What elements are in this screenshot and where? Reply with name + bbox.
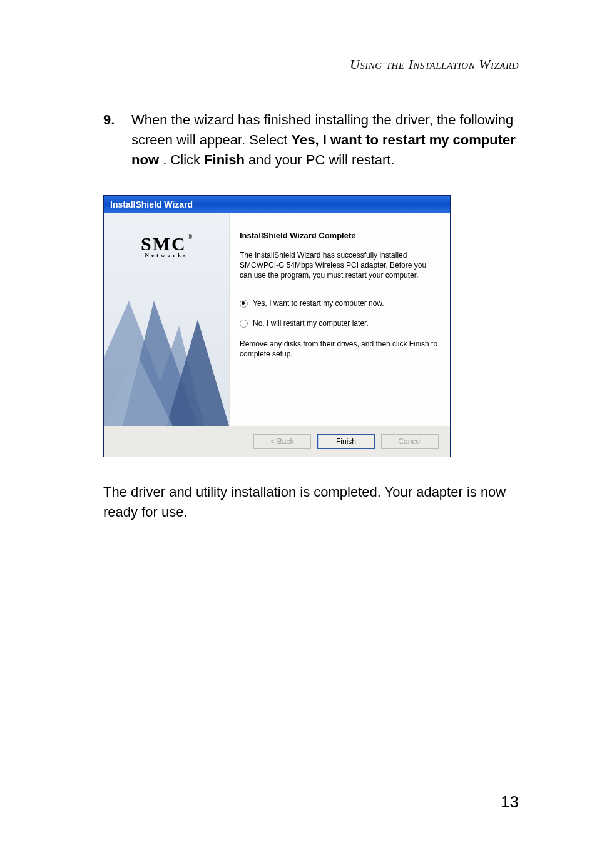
step-bold-2: Finish [204, 152, 245, 168]
step-9: 9. When the wizard has finished installi… [103, 110, 519, 170]
page-header: Using the Installation Wizard [103, 56, 519, 73]
step-body: When the wizard has finished installing … [131, 110, 519, 170]
dialog-button-bar: < Back Finish Cancel [104, 426, 450, 457]
dialog-note: Remove any disks from their drives, and … [240, 339, 440, 359]
dialog-content: InstallShield Wizard Complete The Instal… [230, 213, 450, 426]
dialog-description: The InstallShield Wizard has successfull… [240, 250, 440, 281]
smc-logo: SMC® Networks [104, 233, 229, 258]
logo-sub-text: Networks [104, 252, 229, 258]
svg-marker-1 [123, 301, 198, 426]
outro-paragraph: The driver and utility installation is c… [103, 482, 519, 522]
step-text-3: and your PC will restart. [248, 152, 395, 168]
svg-marker-2 [166, 320, 229, 426]
finish-button[interactable]: Finish [317, 434, 375, 449]
back-button: < Back [253, 434, 311, 449]
dialog-titlebar: InstallShield Wizard [104, 196, 450, 213]
mountain-graphic-icon [104, 263, 229, 426]
svg-marker-0 [104, 301, 204, 426]
logo-text: SMC [141, 233, 186, 254]
logo-reg-icon: ® [188, 233, 192, 240]
radio-restart-now-label: Yes, I want to restart my computer now. [253, 299, 384, 308]
radio-restart-later[interactable]: No, I will restart my computer later. [240, 319, 440, 328]
step-number: 9. [103, 110, 131, 170]
step-text-2: . Click [163, 152, 204, 168]
radio-icon[interactable] [240, 320, 248, 328]
svg-marker-3 [104, 351, 173, 426]
cancel-button: Cancel [381, 434, 439, 449]
installshield-dialog: InstallShield Wizard SMC® Networks [103, 195, 451, 457]
radio-restart-now[interactable]: Yes, I want to restart my computer now. [240, 299, 440, 308]
dialog-side-graphic: SMC® Networks [104, 213, 230, 426]
radio-icon[interactable] [240, 300, 248, 308]
dialog-screenshot: InstallShield Wizard SMC® Networks [103, 195, 519, 457]
dialog-heading: InstallShield Wizard Complete [240, 231, 440, 240]
radio-restart-later-label: No, I will restart my computer later. [253, 319, 369, 328]
page-number: 13 [501, 792, 519, 812]
